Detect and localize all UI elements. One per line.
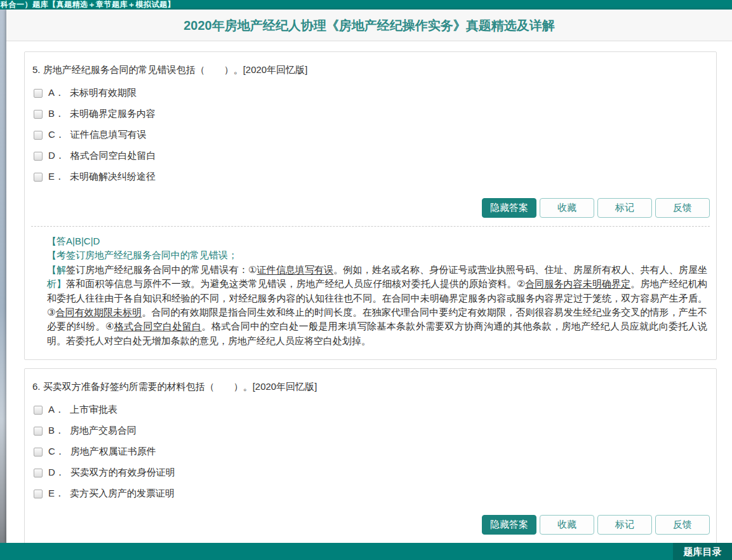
window-title: 科合一）题库【真题精选＋章节题库＋模拟试题】 [1,0,175,9]
exam-point-text: 签订房地产经纪服务合同中的常见错误； [66,250,237,260]
option-letter: D． [48,467,65,479]
option-row[interactable]: D．格式合同空白处留白 [31,145,710,166]
toc-button[interactable]: 题库目录 [673,543,732,560]
option-text: 证件信息填写有误 [70,129,147,141]
question-list: 5. 房地产经纪服务合同的常见错误包括（ ）。[2020年回忆版]A．未标明有效… [6,41,732,543]
favorite-button[interactable]: 收藏 [540,515,594,535]
favorite-button[interactable]: 收藏 [540,198,594,218]
question-card: 5. 房地产经纪服务合同的常见错误包括（ ）。[2020年回忆版]A．未标明有效… [24,51,717,360]
option-row[interactable]: E．未明确解决纠纷途径 [31,166,710,187]
options-group: A．上市审批表B．房地产交易合同C．房地产权属证书原件D．买卖双方的有效身份证明… [31,394,710,504]
option-text: 未明确界定服务内容 [70,108,156,120]
option-row[interactable]: C．房地产权属证书原件 [31,441,710,462]
option-text: 上市审批表 [70,404,117,416]
page-header: 2020年房地产经纪人协理《房地产经纪操作实务》真题精选及详解 [6,10,732,41]
exam-point-label: 【考 [47,250,66,260]
option-checkbox[interactable] [34,131,43,140]
option-text: 卖方买入房产的发票证明 [70,488,175,500]
answer-section: 【答A|B|C|D【考签订房地产经纪服务合同中的常见错误；【解析】签订房地产经纪… [31,226,710,353]
option-letter: B． [48,425,64,437]
option-letter: C． [48,129,65,141]
option-text: 格式合同空白处留白 [70,150,156,162]
option-row[interactable]: D．买卖双方的有效身份证明 [31,462,710,483]
answer-label: 【答 [47,236,66,246]
mark-button[interactable]: 标记 [597,515,652,535]
option-text: 买卖双方的有效身份证明 [70,467,175,479]
exam-point-line: 【考签订房地产经纪服务合同中的常见错误； [47,248,707,262]
question-toolbar: 隐藏答案收藏标记反馈 [31,198,710,218]
option-checkbox[interactable] [34,490,43,498]
answer-value: A|B|C|D [66,236,100,246]
option-letter: D． [48,150,65,162]
analysis-paragraph: 【解析】签订房地产经纪服务合同中的常见错误有：①证件信息填写有误。例如，姓名或名… [47,263,707,348]
option-checkbox[interactable] [34,173,43,182]
option-letter: C． [48,446,65,458]
question-card: 6. 买卖双方准备好签约所需要的材料包括（ ）。[2020年回忆版]A．上市审批… [24,368,717,543]
question-toolbar: 隐藏答案收藏标记反馈 [31,515,710,535]
options-group: A．未标明有效期限B．未明确界定服务内容C．证件信息填写有误D．格式合同空白处留… [31,77,710,187]
analysis-label-line1: 【解 [47,263,66,277]
analysis-text: 签订房地产经纪服务合同中的常见错误有：① [66,264,256,275]
option-checkbox[interactable] [34,427,43,436]
option-letter: B． [48,108,64,120]
option-checkbox[interactable] [34,469,43,477]
option-row[interactable]: B．未明确界定服务内容 [31,103,710,124]
main-panel: 2020年房地产经纪人协理《房地产经纪操作实务》真题精选及详解 5. 房地产经纪… [6,10,732,543]
option-letter: E． [48,171,64,183]
option-row[interactable]: B．房地产交易合同 [31,420,710,441]
option-row[interactable]: A．上市审批表 [31,399,710,420]
option-checkbox[interactable] [34,152,43,161]
option-checkbox[interactable] [34,406,43,415]
option-row[interactable]: C．证件信息填写有误 [31,124,710,145]
option-row[interactable]: A．未标明有效期限 [31,83,710,103]
option-checkbox[interactable] [34,110,43,119]
feedback-button[interactable]: 反馈 [655,515,710,535]
window-title-bar: 科合一）题库【真题精选＋章节题库＋模拟试题】 [0,0,732,10]
hide-answer-button[interactable]: 隐藏答案 [482,515,536,535]
answer-line: 【答A|B|C|D [47,234,707,248]
option-checkbox[interactable] [34,89,43,98]
option-row[interactable]: E．卖方买入房产的发票证明 [31,483,710,504]
analysis-label: 【解析】 [47,263,66,291]
option-text: 未标明有效期限 [70,87,136,99]
hide-answer-button[interactable]: 隐藏答案 [482,198,536,218]
option-letter: E． [48,488,64,500]
option-letter: A． [48,87,64,99]
footer-bar: 题库目录 [0,543,732,560]
analysis-key-phrase: 格式合同空白处留白 [114,321,202,331]
analysis-key-phrase: 合同服务内容未明确界定 [525,278,630,289]
question-stem: 5. 房地产经纪服务合同的常见错误包括（ ）。[2020年回忆版] [31,60,710,77]
page-title: 2020年房地产经纪人协理《房地产经纪操作实务》真题精选及详解 [6,10,732,41]
option-text: 房地产权属证书原件 [70,446,156,458]
option-letter: A． [48,404,64,416]
option-checkbox[interactable] [34,448,43,457]
mark-button[interactable]: 标记 [597,198,652,218]
feedback-button[interactable]: 反馈 [655,198,710,218]
option-text: 房地产交易合同 [70,425,136,437]
analysis-key-phrase: 证件信息填写有误 [256,264,333,275]
analysis-key-phrase: 合同有效期限未标明 [56,307,142,317]
question-stem: 6. 买卖双方准备好签约所需要的材料包括（ ）。[2020年回忆版] [31,377,710,394]
option-text: 未明确解决纠纷途径 [70,171,156,183]
analysis-label-line2: 析】 [47,277,66,291]
